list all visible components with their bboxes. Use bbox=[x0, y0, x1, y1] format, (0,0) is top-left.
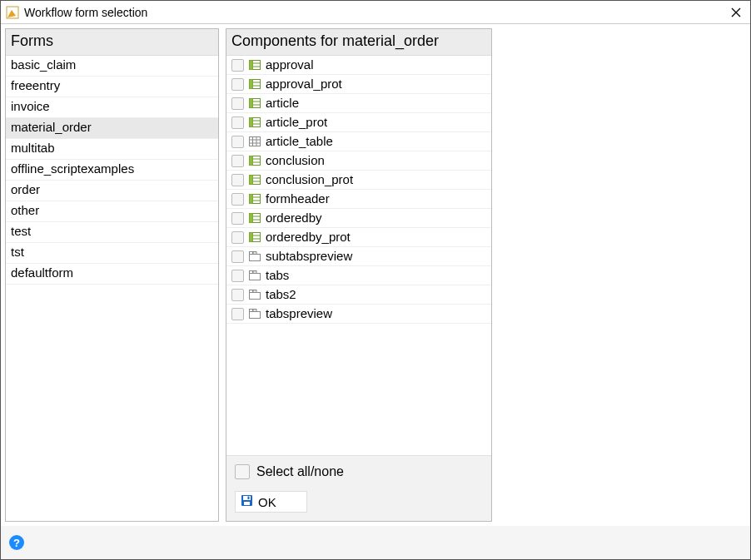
component-row[interactable]: conclusion_prot bbox=[226, 171, 491, 190]
component-label: tabs bbox=[266, 268, 289, 283]
tabs-icon bbox=[249, 251, 261, 261]
component-row[interactable]: tabspreview bbox=[226, 305, 491, 324]
forms-panel: Forms basic_claimfreeentryinvoicemateria… bbox=[5, 28, 219, 522]
svg-rect-5 bbox=[250, 61, 253, 64]
component-label: formheader bbox=[266, 191, 330, 206]
forms-list-item[interactable]: other bbox=[6, 201, 218, 222]
component-label: subtabspreview bbox=[266, 249, 352, 264]
components-bottom-area: Select all/none OK bbox=[226, 455, 491, 521]
table-icon bbox=[249, 136, 261, 146]
component-checkbox[interactable] bbox=[231, 308, 244, 320]
component-checkbox[interactable] bbox=[231, 289, 244, 301]
component-checkbox[interactable] bbox=[231, 155, 244, 167]
component-label: tabspreview bbox=[266, 306, 332, 321]
svg-rect-76 bbox=[250, 290, 253, 293]
component-row[interactable]: orderedby_prot bbox=[226, 228, 491, 247]
component-row[interactable]: approval bbox=[226, 56, 491, 75]
tabs-icon bbox=[249, 270, 261, 280]
component-checkbox[interactable] bbox=[231, 97, 244, 110]
form-icon bbox=[249, 117, 261, 127]
ok-button[interactable]: OK bbox=[235, 491, 307, 513]
select-all-row: Select all/none bbox=[235, 464, 483, 479]
svg-rect-29 bbox=[250, 137, 261, 146]
component-row[interactable]: approval_prot bbox=[226, 75, 491, 94]
svg-rect-82 bbox=[243, 496, 251, 500]
svg-rect-26 bbox=[250, 118, 253, 121]
component-row[interactable]: orderedby bbox=[226, 209, 491, 228]
svg-rect-75 bbox=[250, 293, 261, 300]
component-checkbox[interactable] bbox=[231, 250, 244, 263]
svg-rect-38 bbox=[250, 156, 253, 160]
svg-rect-53 bbox=[250, 197, 253, 201]
svg-rect-28 bbox=[250, 124, 253, 127]
svg-rect-71 bbox=[253, 252, 256, 255]
svg-rect-67 bbox=[250, 235, 253, 239]
svg-rect-39 bbox=[250, 159, 253, 162]
svg-rect-61 bbox=[250, 220, 253, 223]
svg-rect-6 bbox=[250, 63, 253, 67]
form-icon bbox=[249, 60, 261, 70]
component-row[interactable]: tabs2 bbox=[226, 285, 491, 305]
component-row[interactable]: subtabspreview bbox=[226, 247, 491, 266]
dialog-window: Workflow form selection Forms basic_clai… bbox=[0, 0, 751, 560]
svg-rect-68 bbox=[250, 239, 253, 242]
component-row[interactable]: article_table bbox=[226, 132, 491, 151]
component-label: conclusion bbox=[266, 153, 325, 168]
svg-rect-59 bbox=[250, 214, 253, 217]
forms-list-item[interactable]: test bbox=[6, 222, 218, 243]
forms-list-item[interactable]: freeentry bbox=[6, 77, 218, 97]
svg-rect-84 bbox=[248, 497, 250, 500]
component-row[interactable]: tabs bbox=[226, 266, 491, 285]
svg-rect-47 bbox=[250, 181, 253, 185]
svg-rect-19 bbox=[250, 99, 253, 102]
component-checkbox[interactable] bbox=[231, 174, 244, 186]
component-checkbox[interactable] bbox=[231, 59, 244, 72]
svg-rect-27 bbox=[250, 121, 253, 124]
component-checkbox[interactable] bbox=[231, 231, 244, 244]
close-icon bbox=[731, 7, 741, 17]
component-checkbox[interactable] bbox=[231, 212, 244, 225]
forms-list: basic_claimfreeentryinvoicematerial_orde… bbox=[6, 56, 218, 521]
forms-list-item[interactable]: order bbox=[6, 181, 218, 201]
svg-rect-80 bbox=[253, 310, 256, 312]
component-row[interactable]: formheader bbox=[226, 190, 491, 209]
forms-list-item[interactable]: tst bbox=[6, 243, 218, 264]
forms-list-item[interactable]: offline_scriptexamples bbox=[6, 160, 218, 181]
component-checkbox[interactable] bbox=[231, 116, 244, 129]
components-list: approvalapproval_protarticlearticle_prot… bbox=[226, 56, 491, 455]
component-row[interactable]: article_prot bbox=[226, 113, 491, 132]
form-icon bbox=[249, 98, 261, 108]
ok-button-label: OK bbox=[258, 495, 276, 509]
component-label: tabs2 bbox=[266, 287, 296, 302]
component-label: orderedby bbox=[266, 211, 322, 225]
select-all-label: Select all/none bbox=[256, 464, 344, 479]
forms-list-item[interactable]: basic_claim bbox=[6, 56, 218, 77]
component-checkbox[interactable] bbox=[231, 193, 244, 206]
svg-rect-46 bbox=[250, 178, 253, 181]
svg-rect-72 bbox=[250, 274, 261, 280]
svg-rect-14 bbox=[250, 86, 253, 89]
forms-list-item[interactable]: material_order bbox=[6, 118, 218, 139]
form-icon bbox=[249, 213, 261, 223]
svg-rect-52 bbox=[250, 195, 253, 198]
component-checkbox[interactable] bbox=[231, 270, 244, 282]
svg-rect-13 bbox=[250, 82, 253, 86]
component-row[interactable]: article bbox=[226, 94, 491, 113]
form-icon bbox=[249, 232, 261, 242]
help-icon[interactable]: ? bbox=[9, 535, 24, 550]
select-all-checkbox[interactable] bbox=[235, 464, 250, 479]
forms-list-item[interactable]: invoice bbox=[6, 97, 218, 118]
forms-list-item[interactable]: defaultform bbox=[6, 264, 218, 285]
component-checkbox[interactable] bbox=[231, 78, 244, 91]
app-icon bbox=[6, 6, 19, 19]
component-label: orderedby_prot bbox=[266, 230, 351, 245]
component-row[interactable]: conclusion bbox=[226, 151, 491, 171]
forms-list-item[interactable]: multitab bbox=[6, 139, 218, 160]
form-icon bbox=[249, 175, 261, 185]
components-panel: Components for material_order approvalap… bbox=[226, 28, 492, 522]
form-icon bbox=[249, 79, 261, 89]
tabs-icon bbox=[249, 309, 261, 319]
close-button[interactable] bbox=[727, 3, 745, 22]
component-checkbox[interactable] bbox=[231, 136, 244, 148]
svg-rect-54 bbox=[250, 201, 253, 204]
